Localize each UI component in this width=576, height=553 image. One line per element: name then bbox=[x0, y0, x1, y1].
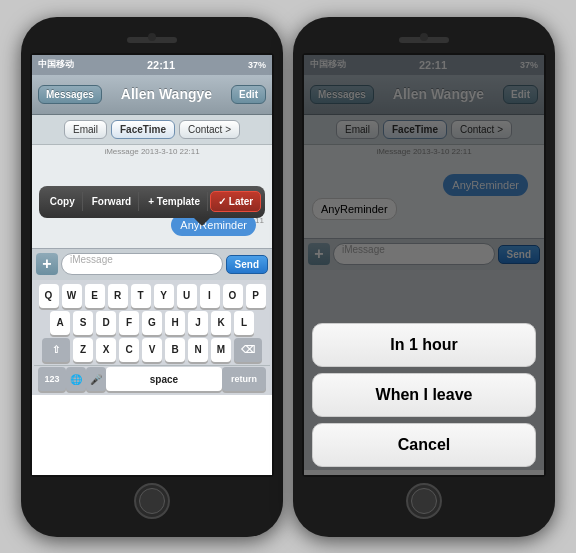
key-i[interactable]: I bbox=[200, 284, 220, 308]
contact-buttons: Email FaceTime Contact > bbox=[32, 115, 272, 145]
numbers-key[interactable]: 123 bbox=[38, 367, 66, 391]
key-n[interactable]: N bbox=[188, 338, 208, 362]
shift-key[interactable]: ⇧ bbox=[42, 338, 70, 362]
nav-title: Allen Wangye bbox=[121, 86, 212, 102]
space-key[interactable]: space bbox=[106, 367, 222, 391]
later-button[interactable]: ✓ Later bbox=[210, 191, 261, 212]
when-i-leave-button[interactable]: When I leave bbox=[312, 373, 536, 417]
key-l[interactable]: L bbox=[234, 311, 254, 335]
return-key[interactable]: return bbox=[222, 367, 266, 391]
message-date: 2013-3-10 22:11 bbox=[141, 147, 200, 156]
key-u[interactable]: U bbox=[177, 284, 197, 308]
key-p[interactable]: P bbox=[246, 284, 266, 308]
contact-button[interactable]: Contact > bbox=[179, 120, 240, 139]
back-button[interactable]: Messages bbox=[38, 85, 102, 104]
copy-button[interactable]: Copy bbox=[43, 192, 83, 211]
home-button-2[interactable] bbox=[406, 483, 442, 519]
key-d[interactable]: D bbox=[96, 311, 116, 335]
key-g[interactable]: G bbox=[142, 311, 162, 335]
key-w[interactable]: W bbox=[62, 284, 82, 308]
facetime-button[interactable]: FaceTime bbox=[111, 120, 175, 139]
template-button[interactable]: + Template bbox=[141, 192, 208, 211]
home-button-inner-2 bbox=[411, 488, 437, 514]
modal-overlay: In 1 hour When I leave Cancel bbox=[304, 55, 544, 475]
input-bar: + iMessage Send bbox=[32, 248, 272, 280]
key-y[interactable]: Y bbox=[154, 284, 174, 308]
key-row-2: A S D F G H J K L bbox=[34, 311, 270, 335]
carrier-label: 中国移动 bbox=[38, 58, 74, 71]
key-h[interactable]: H bbox=[165, 311, 185, 335]
key-c[interactable]: C bbox=[119, 338, 139, 362]
key-k[interactable]: K bbox=[211, 311, 231, 335]
add-button[interactable]: + bbox=[36, 253, 58, 275]
phone-2: 中国移动 22:11 37% Messages Allen Wangye Edi… bbox=[293, 17, 555, 537]
delete-key[interactable]: ⌫ bbox=[234, 338, 262, 362]
time-label: 22:11 bbox=[147, 59, 175, 71]
bottom-bar: 123 🌐 🎤 space return bbox=[34, 365, 270, 393]
status-bar: 中国移动 22:11 37% bbox=[32, 55, 272, 75]
key-row-1: Q W E R T Y U I O P bbox=[34, 284, 270, 308]
phone-1: 中国移动 22:11 37% Messages Allen Wangye Edi… bbox=[21, 17, 283, 537]
key-t[interactable]: T bbox=[131, 284, 151, 308]
cancel-button[interactable]: Cancel bbox=[312, 423, 536, 467]
context-menu: Copy Forward + Template ✓ Later bbox=[36, 186, 268, 226]
nav-bar: Messages Allen Wangye Edit bbox=[32, 75, 272, 115]
email-button[interactable]: Email bbox=[64, 120, 107, 139]
context-menu-bar: Copy Forward + Template ✓ Later bbox=[39, 186, 265, 218]
key-m[interactable]: M bbox=[211, 338, 231, 362]
battery-label: 37% bbox=[248, 60, 266, 70]
key-s[interactable]: S bbox=[73, 311, 93, 335]
key-a[interactable]: A bbox=[50, 311, 70, 335]
edit-button[interactable]: Edit bbox=[231, 85, 266, 104]
screen-2: 中国移动 22:11 37% Messages Allen Wangye Edi… bbox=[304, 55, 544, 475]
key-o[interactable]: O bbox=[223, 284, 243, 308]
imessage-label: iMessage 2013-3-10 22:11 bbox=[32, 145, 272, 158]
key-f[interactable]: F bbox=[119, 311, 139, 335]
key-z[interactable]: Z bbox=[73, 338, 93, 362]
context-arrow bbox=[194, 218, 210, 226]
forward-button[interactable]: Forward bbox=[85, 192, 139, 211]
key-v[interactable]: V bbox=[142, 338, 162, 362]
key-row-3: ⇧ Z X C V B N M ⌫ bbox=[34, 338, 270, 362]
key-q[interactable]: Q bbox=[39, 284, 59, 308]
keyboard: Q W E R T Y U I O P A S D F G H bbox=[32, 280, 272, 395]
home-button[interactable] bbox=[134, 483, 170, 519]
key-r[interactable]: R bbox=[108, 284, 128, 308]
key-e[interactable]: E bbox=[85, 284, 105, 308]
mic-key[interactable]: 🎤 bbox=[86, 367, 106, 391]
messages-area: Copy Forward + Template ✓ Later AnyRemin… bbox=[32, 158, 272, 248]
send-button[interactable]: Send bbox=[226, 255, 268, 274]
in-1-hour-button[interactable]: In 1 hour bbox=[312, 323, 536, 367]
home-button-inner bbox=[139, 488, 165, 514]
camera-2 bbox=[420, 33, 428, 41]
camera bbox=[148, 33, 156, 41]
key-b[interactable]: B bbox=[165, 338, 185, 362]
screen-1: 中国移动 22:11 37% Messages Allen Wangye Edi… bbox=[32, 55, 272, 475]
emoji-key[interactable]: 🌐 bbox=[66, 367, 86, 391]
message-input[interactable]: iMessage bbox=[61, 253, 223, 275]
key-x[interactable]: X bbox=[96, 338, 116, 362]
action-sheet: In 1 hour When I leave Cancel bbox=[304, 315, 544, 475]
key-j[interactable]: J bbox=[188, 311, 208, 335]
